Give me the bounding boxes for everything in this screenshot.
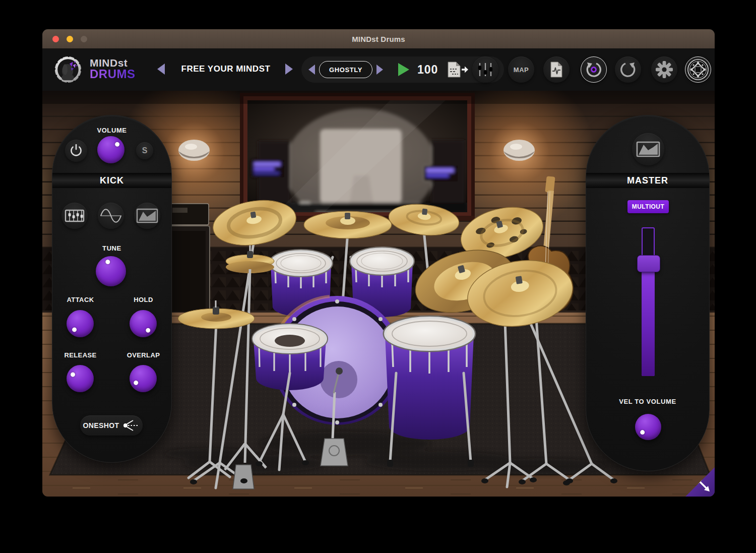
mixer-button[interactable] xyxy=(472,56,498,83)
brand-line2: DRUMS xyxy=(90,68,136,80)
wall-lamp-right xyxy=(503,140,535,161)
export-midi-icon[interactable] xyxy=(445,60,468,79)
attack-label: ATTACK xyxy=(56,296,104,303)
tune-knob[interactable] xyxy=(96,256,126,286)
vel-to-volume-label: VEL TO VOLUME xyxy=(586,398,709,405)
envelope-icon xyxy=(636,141,660,158)
master-title: MASTER xyxy=(586,173,709,188)
envelope-icon xyxy=(136,208,158,224)
brand-logo-icon xyxy=(53,55,83,84)
audio-file-icon xyxy=(549,61,564,78)
play-icon[interactable] xyxy=(398,63,409,76)
hold-label: HOLD xyxy=(119,296,167,303)
preset-prev-arrow[interactable] xyxy=(308,65,315,75)
tempo-value[interactable]: 100 xyxy=(417,63,438,77)
kit-prev-arrow[interactable] xyxy=(157,64,165,75)
master-panel: MASTER MULTIOUT VEL TO VOLUME xyxy=(586,115,710,471)
tab-envelope[interactable] xyxy=(134,203,160,229)
kit-name: FREE YOUR MINDST xyxy=(171,64,280,74)
audio-file-button[interactable] xyxy=(543,56,570,83)
power-button[interactable] xyxy=(65,140,87,162)
oneshot-button[interactable]: ONESHOT xyxy=(80,415,143,436)
brand-seal-button[interactable] xyxy=(685,56,711,83)
toolbar: MINDst DRUMS FREE YOUR MINDST GHOSTLY 10… xyxy=(42,48,715,91)
undo-button[interactable] xyxy=(581,56,607,83)
brand-line1: MINDst xyxy=(90,57,136,68)
amp-stack xyxy=(168,204,210,322)
brand-wordmark: MINDst DRUMS xyxy=(90,57,136,81)
channel-title: KICK xyxy=(52,173,171,188)
wall-lamp-left xyxy=(178,140,210,161)
map-button[interactable]: MAP xyxy=(508,56,534,83)
fader-fill xyxy=(642,262,655,376)
redo-icon xyxy=(619,61,637,78)
hold-knob[interactable] xyxy=(130,310,157,337)
oneshot-label: ONESHOT xyxy=(83,421,119,429)
brand-seal-icon xyxy=(687,58,709,81)
release-label: RELEASE xyxy=(56,351,104,359)
titlebar: MINDst Drums xyxy=(42,29,715,49)
close-button[interactable] xyxy=(52,36,59,42)
channel-panel-kick: VOLUME S KICK xyxy=(52,115,172,463)
gear-icon xyxy=(655,60,673,79)
vel-to-volume-knob[interactable] xyxy=(635,414,661,440)
tab-waveform[interactable] xyxy=(98,203,124,229)
preset-selector[interactable]: GHOSTLY xyxy=(319,61,372,78)
fader-handle[interactable] xyxy=(637,255,660,272)
volume-knob[interactable] xyxy=(97,136,124,163)
mixer-icon xyxy=(477,62,494,78)
preset-next-arrow[interactable] xyxy=(376,65,383,75)
zoom-button[interactable] xyxy=(81,36,87,42)
kit-next-arrow[interactable] xyxy=(285,64,293,75)
power-icon xyxy=(70,144,83,157)
plugin-window: MINDst Drums MINDst DRUMS FR xyxy=(42,29,715,497)
map-label: MAP xyxy=(514,66,529,74)
redo-button[interactable] xyxy=(615,56,641,83)
window-title: MINDst Drums xyxy=(352,35,405,43)
oneshot-icon xyxy=(123,419,140,432)
splash-cymbal[interactable] xyxy=(304,211,392,238)
tab-sequencer[interactable] xyxy=(61,203,88,229)
sequencer-grid-icon xyxy=(65,209,85,223)
sine-wave-icon xyxy=(100,208,122,224)
release-knob[interactable] xyxy=(67,365,94,392)
master-fader[interactable] xyxy=(642,227,655,376)
minimize-button[interactable] xyxy=(67,36,73,42)
overlap-knob[interactable] xyxy=(130,365,157,392)
solo-button[interactable]: S xyxy=(136,142,153,159)
volume-label: VOLUME xyxy=(52,127,171,134)
solo-label: S xyxy=(142,146,148,155)
tune-label: TUNE xyxy=(52,244,171,252)
settings-button[interactable] xyxy=(651,56,677,83)
multiout-button[interactable]: MULTIOUT xyxy=(627,200,669,213)
attack-knob[interactable] xyxy=(67,310,94,337)
overlap-label: OVERLAP xyxy=(119,351,167,359)
master-envelope-button[interactable] xyxy=(632,133,664,165)
undo-icon xyxy=(585,61,602,78)
